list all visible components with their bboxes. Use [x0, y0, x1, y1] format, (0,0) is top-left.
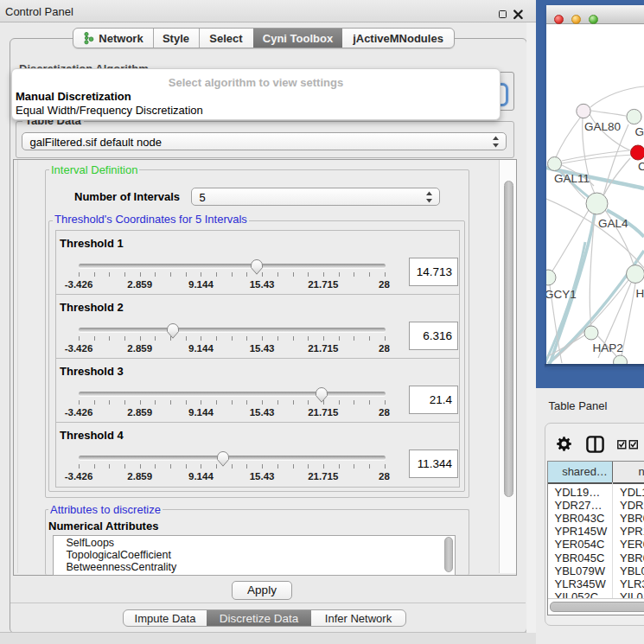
- svg-text:GAL80: GAL80: [584, 120, 621, 133]
- svg-text:GAL11: GAL11: [554, 172, 590, 185]
- svg-text:GA: GA: [635, 125, 644, 138]
- svg-text:GAL4: GAL4: [598, 217, 628, 230]
- svg-text:H: H: [636, 287, 644, 300]
- svg-text:GCY1: GCY1: [546, 288, 577, 301]
- svg-text:C: C: [638, 160, 644, 173]
- svg-text:HAP2: HAP2: [593, 341, 623, 354]
